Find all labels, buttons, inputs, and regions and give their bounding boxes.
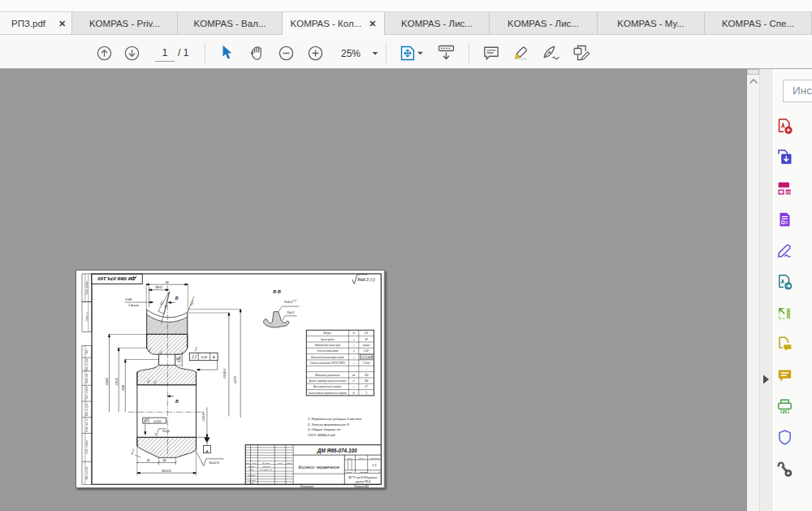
svg-text:—: — bbox=[352, 386, 355, 388]
svg-text:Изм.: Изм. bbox=[246, 462, 250, 464]
svg-text:Ra1,6: Ra1,6 bbox=[162, 430, 170, 433]
svg-text:42: 42 bbox=[365, 338, 368, 341]
svg-text:Взам. инв.: Взам. инв. bbox=[85, 373, 89, 383]
svg-text:Масса: Масса bbox=[358, 457, 365, 460]
svg-text:80 h11: 80 h11 bbox=[162, 470, 171, 473]
svg-text:z1: z1 bbox=[352, 392, 355, 395]
svg-text:Б: Б bbox=[175, 296, 179, 301]
svg-text:правое: правое bbox=[363, 344, 370, 347]
svg-text:Перв. примен.: Перв. примен. bbox=[85, 280, 89, 295]
svg-text:Формат А3: Формат А3 bbox=[354, 485, 369, 488]
svg-text:ДМ Я66-074.100: ДМ Я66-074.100 bbox=[97, 276, 137, 282]
svg-text:3. Общие допуски по: 3. Общие допуски по bbox=[308, 427, 341, 431]
svg-text:Лит.: Лит. bbox=[347, 457, 352, 460]
svg-text:Взам. инв. №: Взам. инв. № bbox=[85, 418, 89, 431]
svg-text:3×45°: 3×45° bbox=[125, 298, 133, 301]
svg-text:28h12: 28h12 bbox=[154, 286, 162, 289]
svg-text:Масштаб: Масштаб bbox=[369, 457, 379, 460]
svg-text:Копировал: Копировал bbox=[300, 485, 313, 488]
svg-text:Подп. и дата: Подп. и дата bbox=[85, 386, 89, 400]
svg-text:Ra6,3: Ra6,3 bbox=[358, 277, 369, 282]
svg-text:Степень точности ПОГОСТ3675: Степень точности ПОГОСТ3675 bbox=[310, 362, 346, 365]
svg-text:—: — bbox=[352, 357, 355, 359]
svg-text:А: А bbox=[205, 449, 209, 453]
svg-text:Модуль: Модуль bbox=[324, 331, 332, 335]
svg-text:Угол подъема витка: Угол подъема витка bbox=[317, 349, 339, 353]
svg-text:Сидоров А.В.: Сидоров А.В. bbox=[261, 469, 273, 471]
svg-text:265: 265 bbox=[364, 379, 369, 383]
svg-text:∅30 H7: ∅30 H7 bbox=[202, 411, 205, 422]
svg-text:ГОСТ 30893.2-mK: ГОСТ 30893.2-mK bbox=[308, 433, 335, 437]
svg-text:6,3: 6,3 bbox=[365, 331, 368, 335]
svg-text:ГОСТ19036: ГОСТ19036 bbox=[361, 356, 373, 359]
svg-text:Инв. № дубл.: Инв. № дубл. bbox=[85, 357, 89, 370]
svg-text:∅94: ∅94 bbox=[122, 385, 125, 392]
svg-text:2 фаски: 2 фаски bbox=[127, 304, 139, 307]
svg-text:группа РК-6: группа РК-6 bbox=[355, 480, 370, 483]
svg-text:Подп.: Подп. bbox=[278, 462, 283, 464]
svg-text:1. Неуказанные радиусы 5 мм ma: 1. Неуказанные радиусы 5 мм max. bbox=[308, 417, 362, 421]
svg-text:Листов: Листов bbox=[359, 471, 368, 474]
svg-text:(√): (√) bbox=[370, 277, 375, 282]
svg-text:160: 160 bbox=[365, 374, 369, 377]
svg-text:∅280: ∅280 bbox=[106, 377, 109, 386]
svg-text:Делит. диаметр червячного коле: Делит. диаметр червячного колеса bbox=[308, 379, 346, 383]
svg-text:28: 28 bbox=[146, 459, 150, 462]
svg-text:Утв.: Утв. bbox=[249, 482, 254, 484]
svg-text:∅102: ∅102 bbox=[115, 377, 119, 386]
svg-text:0,016: 0,016 bbox=[153, 420, 161, 423]
svg-text:Б: Б bbox=[175, 399, 179, 404]
svg-text:А: А bbox=[212, 355, 215, 359]
svg-text:Подп. и дата: Подп. и дата bbox=[85, 440, 89, 454]
svg-text:Т.контр.: Т.контр. bbox=[248, 474, 256, 477]
svg-text:Пров.: Пров. bbox=[249, 469, 255, 471]
svg-text:36: 36 bbox=[166, 281, 169, 284]
svg-text:Лист: Лист bbox=[346, 471, 352, 474]
svg-text:Справ. №: Справ. № bbox=[85, 312, 89, 322]
svg-text:Число витков сопряженного черв: Число витков сопряженного червяка bbox=[309, 392, 347, 395]
svg-text:ZT: ZT bbox=[365, 385, 369, 388]
svg-text:2,29°: 2,29° bbox=[363, 349, 369, 353]
svg-text:Ra3,2: Ra3,2 bbox=[287, 311, 295, 314]
svg-text:Подп.: Подп. bbox=[85, 349, 89, 354]
svg-text:Б-Б: Б-Б bbox=[273, 289, 281, 294]
svg-text:Вид сопряженного червяка: Вид сопряженного червяка bbox=[313, 385, 341, 388]
svg-text:Исходный производящий червяк: Исходный производящий червяк bbox=[311, 356, 344, 359]
svg-text:—: — bbox=[352, 344, 355, 347]
svg-text:Ra12,5: Ra12,5 bbox=[209, 461, 220, 465]
svg-text:2. Уклоны формовочные 5°: 2. Уклоны формовочные 5° bbox=[307, 422, 350, 427]
svg-text:Число зубьев: Число зубьев bbox=[321, 338, 335, 341]
svg-text:Направление линии зуба: Направление линии зуба bbox=[315, 344, 341, 347]
svg-text:7-Х чкл.: 7-Х чкл. bbox=[362, 362, 370, 365]
svg-text:Иванов: Иванов bbox=[263, 466, 270, 468]
svg-text:Лист: Лист bbox=[251, 462, 257, 464]
svg-text:Разраб.: Разраб. bbox=[248, 466, 255, 468]
svg-text:Межосевое расстояние: Межосевое расстояние bbox=[315, 374, 340, 377]
svg-text:Ra6,3: Ra6,3 bbox=[284, 301, 292, 304]
svg-text:24: 24 bbox=[162, 459, 166, 462]
svg-text:Инв. № подл.: Инв. № подл. bbox=[85, 466, 89, 479]
svg-text:Инв. № дубл.: Инв. № дубл. bbox=[85, 403, 89, 416]
svg-text:∅270: ∅270 bbox=[234, 375, 237, 384]
svg-text:№ докум.: № докум. bbox=[262, 462, 270, 464]
svg-text:0,02: 0,02 bbox=[201, 355, 208, 359]
svg-text:Колесо червячное: Колесо червячное bbox=[299, 465, 340, 470]
svg-text:(√): (√) bbox=[293, 299, 296, 302]
svg-text:—: — bbox=[352, 362, 355, 365]
svg-text:0,008: 0,008 bbox=[179, 356, 182, 362]
svg-text:МГТУ им.Н.Э.Баумана: МГТУ им.Н.Э.Баумана bbox=[348, 476, 377, 479]
svg-text:ДМ Я66-074.100: ДМ Я66-074.100 bbox=[317, 448, 357, 454]
svg-text:Дата: Дата bbox=[287, 462, 293, 464]
svg-text:1:1: 1:1 bbox=[372, 463, 377, 467]
svg-text:∅208,6: ∅208,6 bbox=[223, 368, 227, 379]
